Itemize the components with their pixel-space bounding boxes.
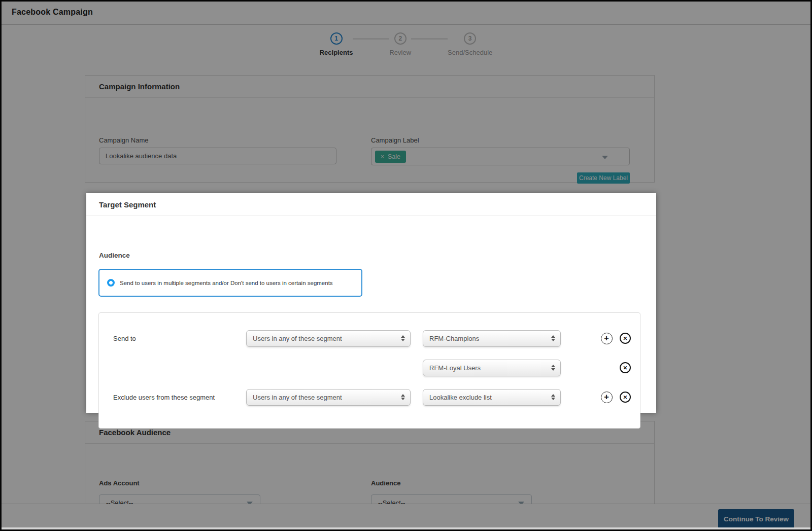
send-to-condition-select[interactable]: Users in any of these segment: [246, 330, 411, 347]
send-to-segment-select[interactable]: RFM-Champions: [423, 330, 561, 347]
target-segment-title: Target Segment: [86, 193, 656, 216]
remove-segment-button[interactable]: ✕: [620, 392, 631, 403]
radio-selected-icon[interactable]: [107, 279, 115, 287]
send-to-segment-value: RFM-Champions: [429, 335, 479, 342]
add-segment-button[interactable]: +: [601, 392, 613, 403]
select-arrows-icon: [401, 394, 405, 400]
send-to-label: Send to: [113, 335, 246, 342]
select-arrows-icon: [551, 394, 555, 400]
send-to-row: Send to Users in any of these segment RF…: [113, 326, 640, 350]
exclude-row: Exclude users from these segment Users i…: [113, 385, 640, 409]
select-arrows-icon: [551, 365, 555, 371]
send-to-segment-2-select[interactable]: RFM-Loyal Users: [423, 360, 561, 376]
remove-segment-button[interactable]: ✕: [620, 362, 631, 373]
exclude-condition-select[interactable]: Users in any of these segment: [246, 389, 411, 406]
exclude-segment-value: Lookalike exclude list: [429, 394, 492, 401]
exclude-condition-value: Users in any of these segment: [253, 394, 342, 401]
select-arrows-icon: [401, 335, 405, 341]
send-to-extra-segment-row: RFM-Loyal Users ✕: [113, 356, 640, 380]
audience-heading: Audience: [99, 252, 130, 259]
exclude-segment-select[interactable]: Lookalike exclude list: [423, 389, 561, 406]
horizontal-scrollbar[interactable]: [0, 527, 812, 531]
target-segment-card: Target Segment Audience Send to users in…: [86, 193, 656, 413]
audience-radio-option[interactable]: Send to users in multiple segments and/o…: [98, 269, 362, 297]
segment-rules-box: Send to Users in any of these segment RF…: [98, 312, 640, 429]
remove-segment-button[interactable]: ✕: [620, 333, 631, 344]
exclude-label: Exclude users from these segment: [113, 394, 246, 401]
add-segment-button[interactable]: +: [601, 333, 613, 344]
select-arrows-icon: [551, 335, 555, 341]
radio-option-label: Send to users in multiple segments and/o…: [120, 280, 333, 286]
send-to-condition-value: Users in any of these segment: [253, 335, 342, 342]
send-to-segment-2-value: RFM-Loyal Users: [429, 364, 481, 372]
